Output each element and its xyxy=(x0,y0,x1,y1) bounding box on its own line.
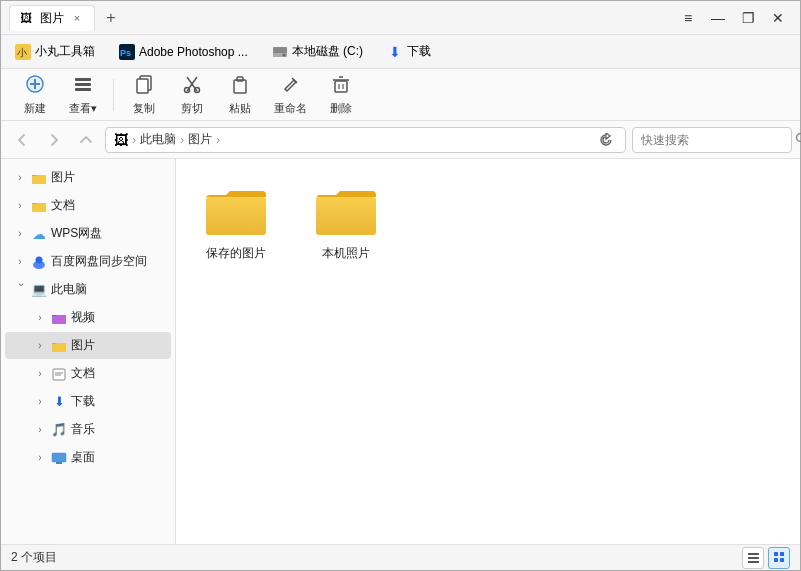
view-grid-button[interactable] xyxy=(768,547,790,569)
close-button[interactable]: ✕ xyxy=(764,6,792,30)
pinned-download[interactable]: ⬇ 下载 xyxy=(381,40,437,63)
svg-rect-34 xyxy=(52,343,66,352)
restore-button[interactable]: ❐ xyxy=(734,6,762,30)
view-button[interactable]: 查看▾ xyxy=(61,70,105,120)
delete-button[interactable]: 删除 xyxy=(319,70,363,120)
documents-icon xyxy=(31,198,47,214)
window: 🖼 图片 × + ≡ — ❐ ✕ 小 小丸工具箱 Ps Adobe Photos… xyxy=(0,0,801,571)
pinned-download-label: 下载 xyxy=(407,43,431,60)
folder-saved-pictures[interactable]: 保存的图片 xyxy=(196,179,276,270)
sidebar-label-downloads: 下载 xyxy=(71,393,95,410)
sidebar-label-baidu: 百度网盘同步空间 xyxy=(51,253,147,270)
music-icon: 🎵 xyxy=(51,422,67,438)
paste-button[interactable]: 粘贴 xyxy=(218,70,262,120)
sidebar-label-video: 视频 xyxy=(71,309,95,326)
svg-text:Ps: Ps xyxy=(120,48,131,58)
svg-rect-41 xyxy=(206,197,266,235)
rename-icon xyxy=(281,74,301,99)
svg-point-32 xyxy=(36,256,43,263)
pinned-bar: 小 小丸工具箱 Ps Adobe Photoshop ... 本地磁盘 (C:)… xyxy=(1,35,800,69)
folder-saved-pictures-icon xyxy=(204,187,268,239)
expand-icon-desktop: › xyxy=(33,451,47,465)
titlebar: 🖼 图片 × + ≡ — ❐ ✕ xyxy=(1,1,800,35)
svg-rect-22 xyxy=(335,81,347,92)
tab-pictures[interactable]: 🖼 图片 × xyxy=(9,5,95,31)
video-icon xyxy=(51,310,67,326)
localdisk-icon xyxy=(272,44,288,60)
copy-label: 复制 xyxy=(133,101,155,116)
sidebar-item-music[interactable]: › 🎵 音乐 xyxy=(5,416,171,443)
sidebar-label-music: 音乐 xyxy=(71,421,95,438)
documents2-icon xyxy=(51,366,67,382)
sidebar-item-desktop[interactable]: › 桌面 xyxy=(5,444,171,471)
pinned-photoshop[interactable]: Ps Adobe Photoshop ... xyxy=(113,41,254,63)
sidebar-item-documents[interactable]: › 文档 xyxy=(5,192,171,219)
sidebar-label-documents2: 文档 xyxy=(71,365,95,382)
expand-icon-music: › xyxy=(33,423,47,437)
sidebar-item-this-pc[interactable]: › 💻 此电脑 xyxy=(5,276,171,303)
rename-button[interactable]: 重命名 xyxy=(266,70,315,120)
photoshop-icon: Ps xyxy=(119,44,135,60)
main: › 图片 › 文档 › ☁ WPS网盘 xyxy=(1,159,800,544)
delete-icon xyxy=(331,74,351,99)
svg-text:小: 小 xyxy=(17,47,27,58)
baidu-icon xyxy=(31,254,47,270)
svg-rect-44 xyxy=(748,553,759,555)
cut-icon xyxy=(182,74,202,99)
paste-icon xyxy=(230,74,250,99)
copy-button[interactable]: 复制 xyxy=(122,70,166,120)
menu-button[interactable]: ≡ xyxy=(674,6,702,30)
new-icon xyxy=(25,74,45,99)
svg-rect-43 xyxy=(316,197,376,235)
content-area: 保存的图片 xyxy=(176,159,800,544)
tab-close-button[interactable]: × xyxy=(70,11,84,25)
tab-area: 🖼 图片 × + xyxy=(9,5,674,31)
cut-button[interactable]: 剪切 xyxy=(170,70,214,120)
sidebar-item-baidu-cloud[interactable]: › 百度网盘同步空间 xyxy=(5,248,171,275)
up-button[interactable] xyxy=(73,127,99,153)
folder-local-photos[interactable]: 本机照片 xyxy=(306,179,386,270)
delete-label: 删除 xyxy=(330,101,352,116)
svg-rect-11 xyxy=(75,83,91,86)
svg-rect-39 xyxy=(56,462,62,464)
back-button[interactable] xyxy=(9,127,35,153)
new-button[interactable]: 新建 xyxy=(13,70,57,120)
sidebar-label-desktop: 桌面 xyxy=(71,449,95,466)
pinned-localdisk[interactable]: 本地磁盘 (C:) xyxy=(266,40,369,63)
svg-rect-30 xyxy=(32,203,46,212)
paste-label: 粘贴 xyxy=(229,101,251,116)
sidebar-item-documents2[interactable]: › 文档 xyxy=(5,360,171,387)
pinned-xiaowantools[interactable]: 小 小丸工具箱 xyxy=(9,40,101,63)
sidebar-item-pictures2[interactable]: › 图片 xyxy=(5,332,171,359)
sidebar-item-wps-cloud[interactable]: › ☁ WPS网盘 xyxy=(5,220,171,247)
sidebar-label-documents: 文档 xyxy=(51,197,75,214)
expand-icon-pictures: › xyxy=(13,171,27,185)
svg-rect-12 xyxy=(75,88,91,91)
expand-icon-documents: › xyxy=(13,199,27,213)
svg-rect-33 xyxy=(52,315,66,324)
breadcrumb-separator-3: › xyxy=(216,133,220,147)
sidebar-item-downloads[interactable]: › ⬇ 下载 xyxy=(5,388,171,415)
tab-folder-icon: 🖼 xyxy=(20,11,34,25)
svg-rect-29 xyxy=(32,175,46,184)
folder-local-photos-icon xyxy=(314,187,378,239)
search-bar[interactable] xyxy=(632,127,792,153)
view-list-button[interactable] xyxy=(742,547,764,569)
sidebar-item-pictures[interactable]: › 图片 xyxy=(5,164,171,191)
refresh-button[interactable] xyxy=(595,129,617,151)
pictures-icon xyxy=(31,170,47,186)
copy-icon xyxy=(134,74,154,99)
status-text: 2 个项目 xyxy=(11,549,57,566)
sidebar-item-video[interactable]: › 视频 xyxy=(5,304,171,331)
search-icon xyxy=(795,132,801,148)
minimize-button[interactable]: — xyxy=(704,6,732,30)
expand-icon-pictures2: › xyxy=(33,339,47,353)
breadcrumb-bar[interactable]: 🖼 › 此电脑 › 图片 › xyxy=(105,127,626,153)
forward-button[interactable] xyxy=(41,127,67,153)
cut-label: 剪切 xyxy=(181,101,203,116)
pinned-localdisk-label: 本地磁盘 (C:) xyxy=(292,43,363,60)
new-tab-button[interactable]: + xyxy=(99,6,123,30)
folder-grid: 保存的图片 xyxy=(196,179,780,270)
search-input[interactable] xyxy=(641,133,791,147)
expand-icon-this-pc: › xyxy=(13,283,27,297)
